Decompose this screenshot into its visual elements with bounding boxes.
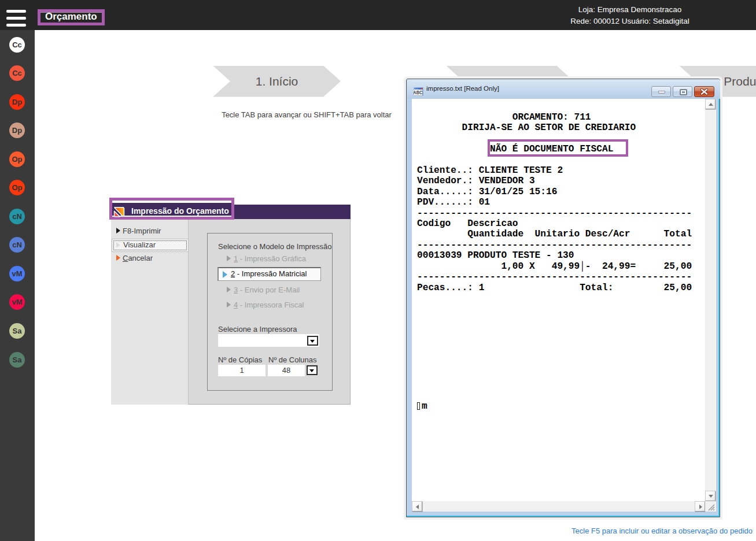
svg-text:ABC: ABC bbox=[414, 89, 422, 95]
